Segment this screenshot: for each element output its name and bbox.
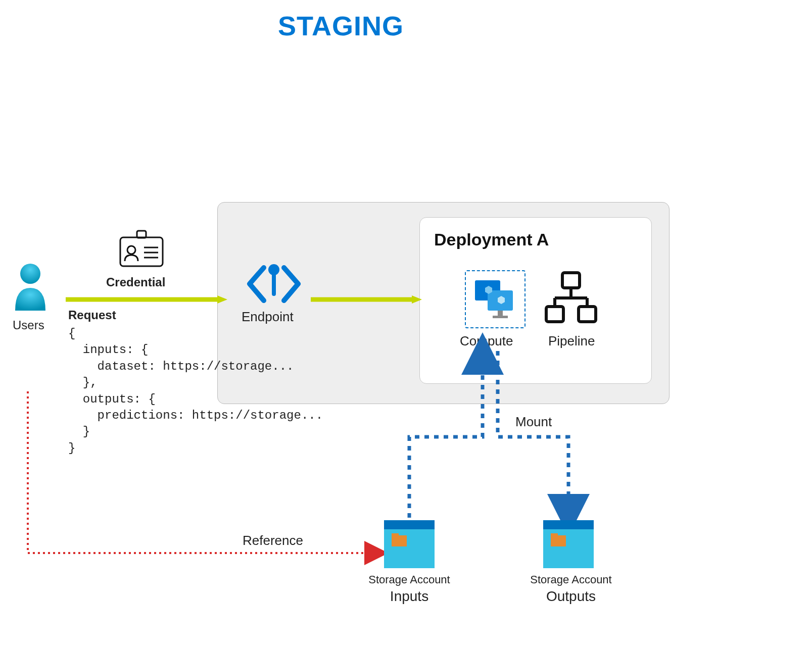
svg-rect-35 — [551, 533, 558, 537]
svg-rect-28 — [384, 520, 435, 529]
svg-rect-32 — [543, 520, 594, 529]
storage-outputs-sublabel: Outputs — [526, 588, 616, 605]
storage-inputs-sublabel: Inputs — [364, 588, 455, 605]
storage-outputs-label: Storage Account — [526, 573, 616, 586]
mount-label: Mount — [515, 414, 552, 430]
storage-account-inputs-icon — [384, 520, 435, 568]
svg-rect-31 — [392, 533, 399, 537]
storage-inputs-label: Storage Account — [364, 573, 455, 586]
storage-account-outputs-icon — [543, 520, 594, 568]
reference-label: Reference — [243, 533, 303, 548]
